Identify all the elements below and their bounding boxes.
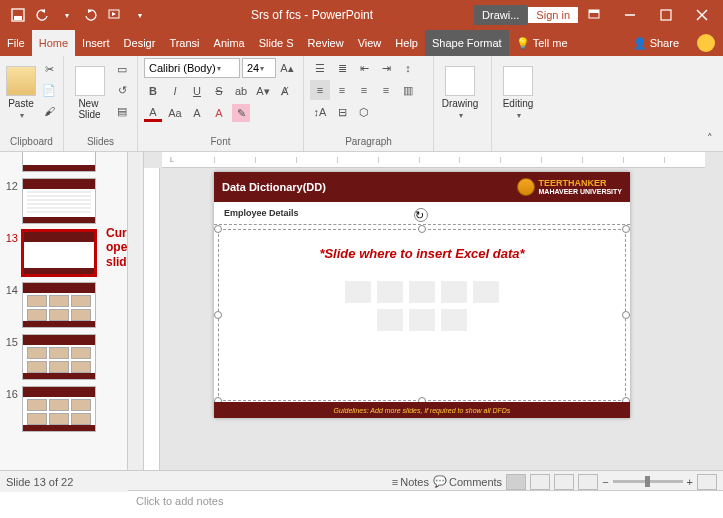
- zoom-in-button[interactable]: +: [687, 476, 693, 488]
- slide-thumb-16[interactable]: [22, 386, 96, 432]
- text-direction-button[interactable]: ↕A: [310, 102, 330, 122]
- insert-online-picture-icon[interactable]: [377, 309, 403, 331]
- normal-view-button[interactable]: [506, 474, 526, 490]
- slide-thumb-15[interactable]: [22, 334, 96, 380]
- char-spacing-button[interactable]: Aa: [166, 104, 184, 122]
- sorter-view-button[interactable]: [530, 474, 550, 490]
- tab-shape-format[interactable]: Shape Format: [425, 30, 509, 56]
- start-from-beginning-icon[interactable]: [105, 5, 125, 25]
- justify-button[interactable]: ≡: [376, 80, 396, 100]
- horizontal-ruler[interactable]: L: [162, 152, 705, 168]
- undo-icon[interactable]: [32, 5, 52, 25]
- insert-3d-icon[interactable]: [441, 281, 467, 303]
- shadow-button[interactable]: ab: [232, 82, 250, 100]
- maximize-icon[interactable]: [651, 0, 681, 30]
- strikethrough-button[interactable]: S: [210, 82, 228, 100]
- slide-thumb-13[interactable]: [22, 230, 96, 276]
- zoom-out-button[interactable]: −: [602, 476, 608, 488]
- bullets-button[interactable]: ☰: [310, 58, 330, 78]
- align-right-button[interactable]: ≡: [354, 80, 374, 100]
- insert-smartart-icon[interactable]: [409, 281, 435, 303]
- font-size-selector[interactable]: 24▾: [242, 58, 276, 78]
- feedback-icon[interactable]: [697, 34, 715, 52]
- slide-thumb-14[interactable]: [22, 282, 96, 328]
- line-spacing-button[interactable]: ↕: [398, 58, 418, 78]
- notes-toggle[interactable]: ≡ Notes: [392, 476, 429, 488]
- tab-animations[interactable]: Anima: [207, 30, 252, 56]
- numbering-button[interactable]: ≣: [332, 58, 352, 78]
- close-icon[interactable]: [687, 0, 717, 30]
- qat-customize-icon[interactable]: ▾: [130, 5, 150, 25]
- font-name-selector[interactable]: Calibri (Body)▾: [144, 58, 240, 78]
- slide-canvas[interactable]: Data Dictionary(DD) TEERTHANKERMAHAVEER …: [214, 172, 630, 418]
- sign-in-button[interactable]: Sign in: [527, 6, 579, 24]
- undo-dropdown-icon[interactable]: ▾: [57, 5, 77, 25]
- reset-icon[interactable]: ↺: [113, 81, 131, 99]
- grow-font-icon[interactable]: A▴: [278, 59, 296, 77]
- shrink-font-icon[interactable]: A▾: [254, 82, 272, 100]
- resize-handle[interactable]: [622, 311, 630, 319]
- tell-me[interactable]: 💡Tell me: [509, 30, 575, 56]
- slideshow-view-button[interactable]: [578, 474, 598, 490]
- insert-picture-icon[interactable]: [473, 281, 499, 303]
- layout-icon[interactable]: ▭: [113, 60, 131, 78]
- indent-left-button[interactable]: ⇤: [354, 58, 374, 78]
- change-case-button[interactable]: A: [188, 104, 206, 122]
- slide-thumbnails-panel[interactable]: 12 13 Currently opened slide 14 15 16: [0, 152, 128, 470]
- tab-design[interactable]: Desigr: [117, 30, 163, 56]
- tab-help[interactable]: Help: [388, 30, 425, 56]
- tab-home[interactable]: Home: [32, 30, 75, 56]
- notes-pane[interactable]: Click to add notes: [128, 490, 723, 518]
- highlight2-button[interactable]: ✎: [232, 104, 250, 122]
- ribbon-options-icon[interactable]: [579, 0, 609, 30]
- columns-button[interactable]: ▥: [398, 80, 418, 100]
- resize-handle[interactable]: [214, 311, 222, 319]
- italic-button[interactable]: I: [166, 82, 184, 100]
- align-center-button[interactable]: ≡: [332, 80, 352, 100]
- vertical-ruler[interactable]: [144, 168, 160, 470]
- align-text-button[interactable]: ⊟: [332, 102, 352, 122]
- tab-review[interactable]: Review: [301, 30, 351, 56]
- editing-button[interactable]: Editing ▾: [498, 58, 538, 128]
- collapse-ribbon-icon[interactable]: ˄: [701, 129, 719, 147]
- resize-handle[interactable]: [214, 225, 222, 233]
- tab-file[interactable]: File: [0, 30, 32, 56]
- minimize-icon[interactable]: [615, 0, 645, 30]
- insert-chart-icon[interactable]: [377, 281, 403, 303]
- comments-toggle[interactable]: 💬 Comments: [433, 475, 502, 488]
- section-icon[interactable]: ▤: [113, 102, 131, 120]
- tab-view[interactable]: View: [351, 30, 389, 56]
- format-painter-icon[interactable]: 🖌: [40, 102, 58, 120]
- paste-button[interactable]: Paste ▾: [6, 58, 36, 128]
- share-button[interactable]: 👤Share: [625, 37, 687, 50]
- save-icon[interactable]: [8, 5, 28, 25]
- insert-icon-icon[interactable]: [441, 309, 467, 331]
- clear-format-icon[interactable]: A̸: [276, 82, 294, 100]
- slide-thumb-12[interactable]: [22, 178, 96, 224]
- reading-view-button[interactable]: [554, 474, 574, 490]
- cut-icon[interactable]: ✂: [40, 60, 58, 78]
- align-left-button[interactable]: ≡: [310, 80, 330, 100]
- new-slide-button[interactable]: New Slide: [70, 58, 109, 128]
- tab-slideshow[interactable]: Slide S: [252, 30, 301, 56]
- highlight-button[interactable]: A: [210, 104, 228, 122]
- resize-handle[interactable]: [418, 225, 426, 233]
- resize-handle[interactable]: [622, 225, 630, 233]
- copy-icon[interactable]: 📄: [40, 81, 58, 99]
- font-color-button[interactable]: A: [144, 104, 162, 122]
- zoom-slider[interactable]: [613, 480, 683, 483]
- content-placeholder[interactable]: *Slide where to insert Excel data*: [218, 229, 626, 401]
- tab-transitions[interactable]: Transi: [162, 30, 206, 56]
- bold-button[interactable]: B: [144, 82, 162, 100]
- slide-thumb-11[interactable]: [22, 152, 96, 172]
- redo-icon[interactable]: [81, 5, 101, 25]
- drawing-tools-tab[interactable]: Drawi...: [474, 5, 527, 25]
- smartart-button[interactable]: ⬡: [354, 102, 374, 122]
- fit-to-window-button[interactable]: [697, 474, 717, 490]
- insert-table-icon[interactable]: [345, 281, 371, 303]
- insert-video-icon[interactable]: [409, 309, 435, 331]
- rotate-handle-icon[interactable]: ↻: [414, 208, 428, 222]
- drawing-button[interactable]: Drawing ▾: [440, 58, 480, 128]
- indent-right-button[interactable]: ⇥: [376, 58, 396, 78]
- tab-insert[interactable]: Insert: [75, 30, 117, 56]
